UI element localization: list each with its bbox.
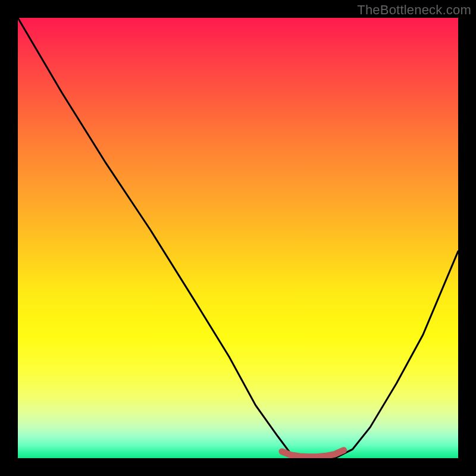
chart-frame: TheBottleneck.com <box>0 0 476 476</box>
watermark-text: TheBottleneck.com <box>357 2 471 18</box>
optimal-range-marker <box>282 450 344 457</box>
bottleneck-curve <box>18 18 458 458</box>
plot-area <box>18 18 458 458</box>
curve-layer <box>18 18 458 458</box>
